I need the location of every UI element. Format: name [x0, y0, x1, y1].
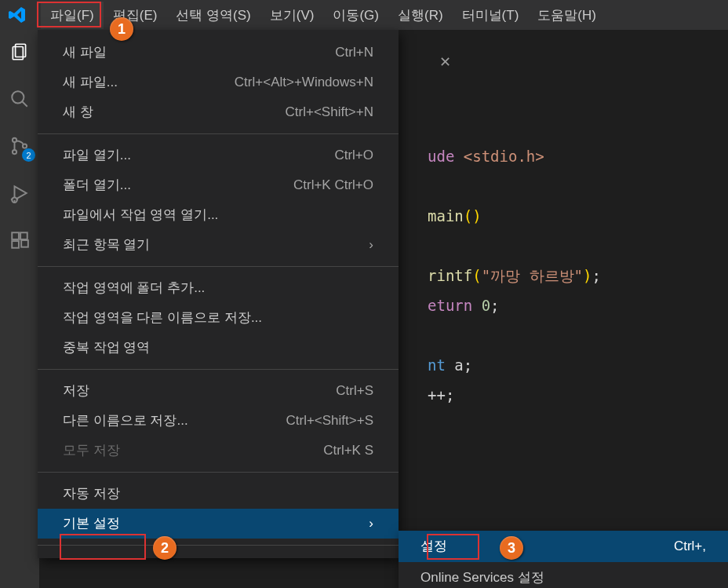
separator: [38, 369, 399, 370]
dd-shortcut: Ctrl+N: [335, 42, 373, 63]
dd-label: 파일 열기...: [63, 145, 131, 166]
dd-label: 기본 설정: [63, 513, 120, 534]
dd-shortcut: Ctrl+K Ctrl+O: [293, 175, 373, 195]
dd-new-file-dots[interactable]: 새 파일... Ctrl+<Alt>+Windows+N: [38, 68, 399, 97]
menu-help[interactable]: 도움말(H): [528, 2, 606, 29]
code-text: ;: [464, 356, 472, 374]
debug-icon[interactable]: [9, 182, 31, 204]
svg-point-5: [13, 150, 16, 154]
close-icon[interactable]: ✕: [439, 53, 451, 71]
dd-save-as[interactable]: 다른 이름으로 저장... Ctrl+<Shift>+S: [38, 406, 399, 436]
separator: [38, 472, 399, 473]
svg-point-6: [23, 144, 27, 148]
annotation-marker: 3: [500, 536, 523, 560]
dd-new-file[interactable]: 새 파일 Ctrl+N: [38, 38, 399, 68]
dd-add-folder[interactable]: 작업 영역에 폴더 추가...: [38, 273, 399, 303]
code-text: ;: [490, 297, 499, 314]
code-text: nt: [428, 356, 454, 374]
code-text: ++;: [428, 386, 454, 404]
code-text: (: [472, 267, 481, 284]
dd-label: 모두 저장: [63, 440, 120, 461]
dd-label: 설정: [420, 536, 447, 557]
dd-open-file[interactable]: 파일 열기... Ctrl+O: [38, 141, 399, 170]
search-icon[interactable]: [9, 88, 31, 110]
dd-shortcut: Ctrl+O: [334, 145, 373, 166]
sm-online-services[interactable]: Online Services 설정: [399, 562, 728, 588]
dd-label: 파일에서 작업 영역 열기...: [63, 205, 218, 225]
menu-terminal[interactable]: 터미널(T): [453, 2, 529, 29]
dd-shortcut: Ctrl+<Shift>+N: [286, 102, 373, 122]
code-text: "까망 하르방": [482, 267, 583, 284]
svg-point-2: [12, 91, 24, 103]
activity-bar: 2: [0, 30, 39, 588]
code: ude <stdio.h> main() rintf("까망 하르방"); et…: [428, 111, 601, 440]
dd-label: 작업 영역을 다른 이름으로 저장...: [63, 308, 262, 328]
menu-run[interactable]: 실행(R): [388, 2, 453, 29]
separator: [38, 266, 399, 267]
dd-label: 중복 작업 영역: [63, 338, 150, 358]
separator: [38, 545, 399, 546]
dd-label: 자동 저장: [63, 484, 120, 504]
menu-go[interactable]: 이동(G): [323, 2, 388, 29]
code-text: 0: [482, 297, 490, 314]
explorer-icon[interactable]: [9, 41, 31, 63]
dd-label: 다른 이름으로 저장...: [63, 411, 188, 431]
annotation-marker: 2: [153, 536, 177, 560]
menu-view[interactable]: 보기(V): [260, 2, 324, 29]
chevron-right-icon: ›: [369, 513, 373, 534]
vscode-icon: [8, 5, 27, 24]
dd-label: 작업 영역에 폴더 추가...: [63, 278, 205, 298]
dd-label: 새 창: [63, 102, 93, 122]
dd-label: 최근 항목 열기: [63, 235, 150, 255]
dd-shortcut: Ctrl+S: [336, 381, 373, 401]
dd-shortcut: Ctrl+K S: [323, 440, 373, 461]
code-text: main: [428, 207, 464, 225]
dd-save-all[interactable]: 모두 저장 Ctrl+K S: [38, 436, 399, 466]
file-dropdown: 새 파일 Ctrl+N 새 파일... Ctrl+<Alt>+Windows+N…: [38, 30, 399, 558]
menubar: 파일(F) 편집(E) 선택 영역(S) 보기(V) 이동(G) 실행(R) 터…: [0, 0, 728, 30]
dd-new-window[interactable]: 새 창 Ctrl+<Shift>+N: [38, 97, 399, 127]
dd-label: 저장: [63, 381, 89, 401]
code-text: ;: [592, 267, 600, 284]
svg-rect-12: [21, 240, 28, 247]
dd-duplicate-workspace[interactable]: 중복 작업 영역: [38, 333, 399, 363]
scm-badge: 2: [22, 148, 35, 162]
annotation-marker: 1: [110, 17, 133, 41]
dd-shortcut: Ctrl+<Alt>+Windows+N: [235, 72, 373, 93]
dd-label: 새 파일: [63, 42, 107, 63]
dd-open-recent[interactable]: 최근 항목 열기 ›: [38, 230, 399, 260]
code-text: ude: [428, 148, 464, 165]
code-text: eturn: [428, 297, 482, 314]
dd-autosave[interactable]: 자동 저장: [38, 479, 399, 509]
code-text: rintf: [428, 267, 472, 284]
sm-settings[interactable]: 설정 Ctrl+,: [399, 531, 728, 562]
dd-save[interactable]: 저장 Ctrl+S: [38, 376, 399, 406]
code-text: a: [454, 356, 463, 374]
preferences-submenu: 설정 Ctrl+, Online Services 설정: [399, 531, 728, 588]
dd-label: Online Services 설정: [420, 568, 544, 588]
chevron-right-icon: ›: [369, 235, 373, 255]
svg-point-4: [13, 138, 16, 142]
svg-rect-10: [20, 232, 27, 239]
dd-save-workspace-as[interactable]: 작업 영역을 다른 이름으로 저장...: [38, 303, 399, 333]
svg-rect-9: [12, 232, 19, 239]
extensions-icon[interactable]: [9, 229, 31, 251]
code-text: <stdio.h>: [464, 148, 544, 165]
dd-open-workspace[interactable]: 파일에서 작업 영역 열기...: [38, 200, 399, 230]
code-text: (): [464, 207, 482, 225]
dd-label: 폴더 열기...: [63, 175, 131, 195]
scm-icon[interactable]: 2: [9, 135, 31, 157]
svg-line-3: [22, 101, 27, 107]
code-text: ): [583, 267, 592, 284]
separator: [38, 133, 399, 134]
dd-open-folder[interactable]: 폴더 열기... Ctrl+K Ctrl+O: [38, 170, 399, 200]
dd-shortcut: Ctrl+,: [674, 536, 706, 557]
dd-label: 새 파일...: [63, 72, 118, 93]
svg-rect-11: [12, 241, 19, 248]
dd-preferences[interactable]: 기본 설정 ›: [38, 509, 399, 539]
menu-file[interactable]: 파일(F): [41, 2, 104, 29]
dd-shortcut: Ctrl+<Shift>+S: [286, 411, 373, 431]
menu-selection[interactable]: 선택 영역(S): [166, 2, 260, 29]
